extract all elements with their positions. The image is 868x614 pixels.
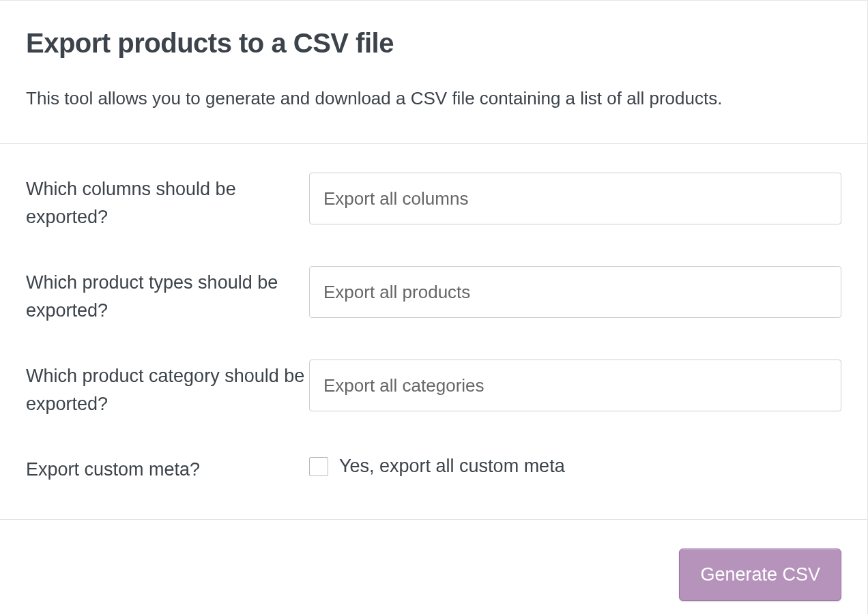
panel-footer: Generate CSV <box>0 520 867 614</box>
product-types-select[interactable]: Export all products <box>309 266 841 318</box>
columns-control: Export all columns <box>309 173 841 224</box>
custom-meta-checkbox-row: Yes, export all custom meta <box>309 453 841 477</box>
category-select-value: Export all categories <box>323 375 484 396</box>
category-select[interactable]: Export all categories <box>309 360 841 411</box>
page-title: Export products to a CSV file <box>26 28 841 59</box>
custom-meta-checkbox-label: Yes, export all custom meta <box>339 456 565 477</box>
columns-select-value: Export all columns <box>323 188 468 209</box>
export-products-panel: Export products to a CSV file This tool … <box>0 0 868 614</box>
export-form: Which columns should be exported? Export… <box>0 144 867 520</box>
custom-meta-control: Yes, export all custom meta <box>309 453 841 477</box>
page-description: This tool allows you to generate and dow… <box>26 86 841 111</box>
columns-row: Which columns should be exported? Export… <box>26 173 841 231</box>
panel-header: Export products to a CSV file This tool … <box>0 1 867 144</box>
product-types-control: Export all products <box>309 266 841 318</box>
product-types-row: Which product types should be exported? … <box>26 266 841 324</box>
custom-meta-label: Export custom meta? <box>26 453 309 484</box>
custom-meta-row: Export custom meta? Yes, export all cust… <box>26 453 841 484</box>
generate-csv-button[interactable]: Generate CSV <box>679 549 841 601</box>
category-control: Export all categories <box>309 360 841 411</box>
columns-label: Which columns should be exported? <box>26 173 309 231</box>
product-types-label: Which product types should be exported? <box>26 266 309 324</box>
product-types-select-value: Export all products <box>323 282 470 303</box>
columns-select[interactable]: Export all columns <box>309 173 841 224</box>
category-label: Which product category should be exporte… <box>26 360 309 418</box>
category-row: Which product category should be exporte… <box>26 360 841 418</box>
custom-meta-checkbox[interactable] <box>309 457 328 476</box>
